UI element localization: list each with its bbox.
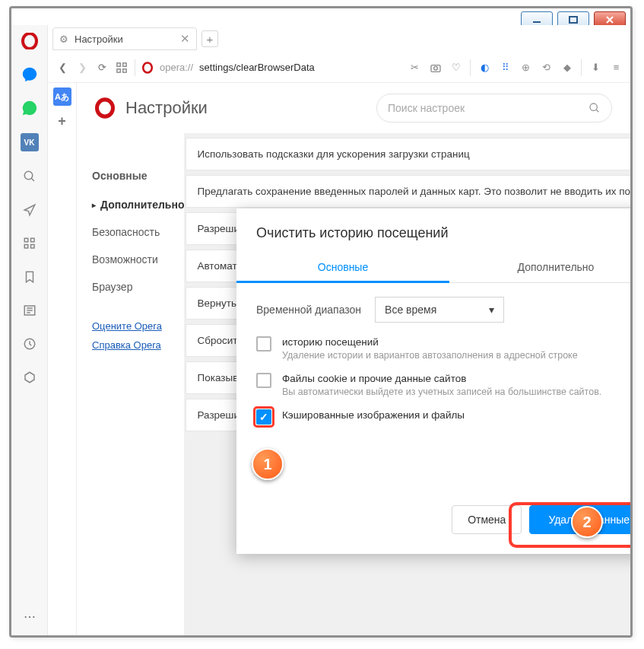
svg-point-2 [23,33,36,49]
dialog-title: Очистить историю посещений [236,208,630,253]
tab-close-button[interactable]: ✕ [180,32,190,46]
more-icon[interactable]: ⋯ [21,608,38,625]
snapshot-icon[interactable]: ✂ [408,61,421,74]
svg-rect-5 [30,238,34,242]
dialog-tab-advanced[interactable]: Дополнительно [449,253,630,283]
nav-item-security[interactable]: Безопасность [92,218,184,246]
nav-section-basic[interactable]: Основные [92,170,184,182]
speed-dial-icon[interactable] [21,235,38,252]
check-title: Файлы cookie и прочие данные сайтов [282,373,601,384]
opera-page-icon [141,62,154,74]
time-range-value: Все время [385,304,436,316]
sync-icon[interactable]: ⟲ [540,61,553,74]
nav-section-advanced[interactable]: Дополнительно [92,191,184,218]
url-path: settings/clearBrowserData [199,62,315,73]
settings-row[interactable]: Использовать подсказки для ускорения заг… [186,138,630,170]
check-row-cookies[interactable]: Файлы cookie и прочие данные сайтов Вы а… [236,367,630,403]
page-content: Aあ + Настройки Поиск настроек [48,83,630,635]
extensions-icon[interactable] [21,369,38,386]
chevron-down-icon: ▾ [489,304,494,316]
vpn-icon[interactable]: ◐ [478,61,491,74]
svg-rect-12 [117,68,120,72]
url-scheme: opera:// [160,62,193,73]
tab-title: Настройки [75,33,123,45]
whatsapp-icon[interactable] [21,100,38,116]
annotation-badge-2: 2 [571,506,603,538]
svg-point-16 [433,66,437,70]
dialog-tabs: Основные Дополнительно [236,253,630,283]
adblock-icon[interactable]: ⊕ [519,61,532,74]
sidebar-nav: Основные Дополнительно Безопасность Возм… [77,133,184,635]
check-row-history[interactable]: историю посещений Удаление истории и вар… [236,330,630,367]
time-range-row: Временной диапазон Все время ▾ [236,283,630,330]
svg-point-14 [143,62,152,72]
annotation-badge-1: 1 [252,448,284,480]
downloads-icon[interactable]: ⬇ [589,61,602,74]
shield-icon[interactable]: ◆ [560,61,573,74]
settings-title: Настройки [125,98,208,118]
messenger-icon[interactable] [21,66,38,83]
nav-back-button[interactable]: ❮ [56,61,69,75]
time-range-select[interactable]: Все время ▾ [375,297,504,323]
address-bar: ❮ ❯ ⟳ opera://settings/clearBrowserData … [48,52,630,83]
svg-point-3 [24,171,33,180]
browser-body: VK ⋯ ⚙ Настройки ✕ + ❮ ❯ ⟳ [11,25,630,635]
svg-rect-6 [24,245,28,249]
svg-point-17 [590,103,597,110]
search-icon [588,102,601,114]
check-row-cache[interactable]: Кэшированные изображения и файлы [236,403,630,431]
vk-icon[interactable]: VK [21,133,39,151]
opera-settings-logo-icon [95,97,115,119]
check-title: историю посещений [282,336,578,348]
svg-rect-1 [569,17,577,23]
svg-rect-0 [533,21,541,23]
settings-area: Настройки Поиск настроек Основные Дополн… [77,83,630,635]
link-rate-opera[interactable]: Оцените Opera [92,320,184,332]
svg-rect-7 [30,245,34,249]
opera-logo-icon[interactable] [21,33,38,49]
gear-icon: ⚙ [59,33,68,45]
svg-rect-10 [117,62,120,65]
main-column: ⚙ Настройки ✕ + ❮ ❯ ⟳ opera://settings/c… [48,25,630,635]
annotation-highlight-1 [253,406,274,428]
reload-button[interactable]: ⟳ [95,61,109,75]
bookmarks-icon[interactable] [21,269,38,285]
nav-forward-button[interactable]: ❯ [75,61,89,75]
clear-data-dialog: Очистить историю посещений Основные Допо… [236,208,630,554]
svg-rect-4 [24,238,28,242]
link-help-opera[interactable]: Справка Opera [92,339,184,351]
bookmark-icon[interactable]: ♡ [449,61,462,74]
tab-settings[interactable]: ⚙ Настройки ✕ [52,27,197,50]
settings-header: Настройки Поиск настроек [77,83,630,133]
check-desc: Удаление истории и вариантов автозаполне… [282,350,578,361]
settings-search-placeholder: Поиск настроек [388,102,465,114]
send-icon[interactable] [21,202,38,218]
new-tab-button[interactable]: + [201,30,218,47]
search-icon[interactable] [21,168,38,185]
news-icon[interactable] [21,302,38,319]
history-icon[interactable] [21,336,38,352]
speed-dial-button[interactable] [115,61,128,75]
settings-row[interactable]: Предлагать сохранение введенных паролей … [186,175,630,208]
cancel-button[interactable]: Отмена [452,505,522,534]
pinned-add-button[interactable]: + [53,112,71,130]
time-range-label: Временной диапазон [256,304,361,316]
settings-search-input[interactable]: Поиск настроек [376,94,612,122]
pinned-column: Aあ + [48,83,77,635]
window-frame: VK ⋯ ⚙ Настройки ✕ + ❮ ❯ ⟳ [9,6,633,638]
camera-icon[interactable] [429,61,442,74]
checkbox-history[interactable] [256,336,271,352]
url-box[interactable]: opera://settings/clearBrowserData [141,62,402,74]
tab-strip: ⚙ Настройки ✕ + [48,25,630,52]
dialog-tab-basic[interactable]: Основные [236,253,449,283]
left-rail: VK ⋯ [11,25,48,635]
translate-icon[interactable]: ⠿ [499,61,512,74]
toolbar-right: ✂ ♡ ◐ ⠿ ⊕ ⟲ ◆ ⬇ ≡ [408,59,623,76]
check-title: Кэшированные изображения и файлы [282,409,465,421]
check-desc: Вы автоматически выйдете из учетных запи… [282,387,601,397]
nav-item-browser[interactable]: Браузер [92,273,184,301]
pinned-translate-icon[interactable]: Aあ [53,87,71,106]
menu-icon[interactable]: ≡ [610,61,623,74]
checkbox-cookies[interactable] [256,373,271,388]
nav-item-features[interactable]: Возможности [92,246,184,273]
